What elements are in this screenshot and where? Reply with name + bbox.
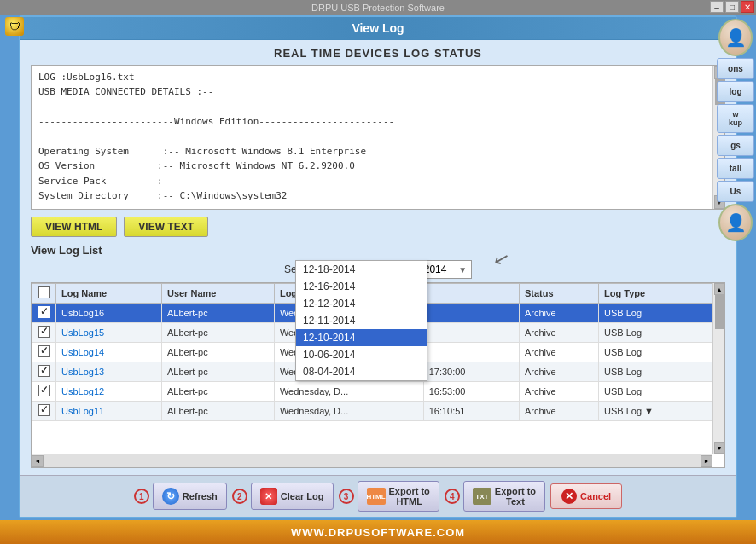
status-cell: Archive <box>520 343 599 362</box>
close-button[interactable]: ✕ <box>741 1 754 13</box>
checkbox-icon: ✓ <box>38 345 50 357</box>
user-cell: ALbert-pc <box>161 304 274 323</box>
row-checkbox[interactable]: ✓ <box>32 362 56 382</box>
app-icon: 🛡 <box>5 17 24 36</box>
section-title: REAL TIME DEVICES LOG STATUS <box>31 47 725 60</box>
side-btn-install[interactable]: tall <box>717 158 754 179</box>
row-checkbox[interactable]: ✓ <box>32 382 56 402</box>
col-log-type: Log Type <box>599 284 712 304</box>
status-cell: Archive <box>520 402 599 421</box>
view-text-button[interactable]: VIEW TEXT <box>124 217 208 237</box>
type-cell: USB Log ▼ <box>599 402 712 421</box>
log-line-4: ------------------------Windows Edition-… <box>38 115 711 128</box>
date-option-3[interactable]: 12-11-2014 <box>296 312 427 329</box>
export-html-group: 3 HTML Export to HTML <box>339 481 439 512</box>
col-user-name: User Name <box>161 284 274 304</box>
log-line-7: OS Version :-- Microsoft Windows NT 6.2.… <box>38 159 711 172</box>
cancel-label: Cancel <box>580 491 611 501</box>
time-cell: 17:30:00 <box>423 362 519 382</box>
type-cell: USB Log <box>599 362 712 382</box>
type-cell: USB Log <box>599 382 712 402</box>
main-dialog: View Log REAL TIME DEVICES LOG STATUS LO… <box>19 15 737 518</box>
time-cell <box>423 323 519 343</box>
step2-circle: 2 <box>232 489 247 504</box>
refresh-button[interactable]: ↻ Refresh <box>153 483 227 510</box>
row-checkbox[interactable]: ✓ <box>32 343 56 362</box>
table-h-scrollbar[interactable]: ◄ ► <box>32 454 712 467</box>
log-line-8: Service Pack :-- <box>38 175 711 188</box>
h-scroll-left[interactable]: ◄ <box>32 455 44 467</box>
url-text: WWW.DRPUSOFTWARE.COM <box>291 526 465 539</box>
clear-label: Clear Log <box>281 491 324 501</box>
log-line-3 <box>38 101 711 113</box>
side-btn-options[interactable]: ons <box>717 58 754 79</box>
side-btn-backup[interactable]: wkup <box>717 104 754 133</box>
log-list-title: View Log List <box>31 244 725 257</box>
side-btn-log[interactable]: log <box>717 81 754 102</box>
date-option-4[interactable]: 12-10-2014 <box>296 329 427 346</box>
cancel-icon: ✕ <box>561 489 577 504</box>
date-option-6[interactable]: 08-04-2014 <box>296 363 427 380</box>
url-bar: WWW.DRPUSOFTWARE.COM <box>0 520 756 544</box>
date-option-2[interactable]: 12-12-2014 <box>296 295 427 312</box>
col-status: Status <box>520 284 599 304</box>
date-option-1[interactable]: 12-16-2014 <box>296 278 427 295</box>
log-line-6: Operating System :-- Microsoft Windows 8… <box>38 145 711 158</box>
time-cell: 16:10:51 <box>423 402 519 421</box>
side-btn-settings[interactable]: gs <box>717 135 754 156</box>
h-scroll-right[interactable]: ► <box>701 455 712 467</box>
type-cell: USB Log <box>599 304 712 323</box>
date-dropdown-popup: 12-18-2014 12-16-2014 12-12-2014 12-11-2… <box>295 260 427 381</box>
refresh-label: Refresh <box>183 491 218 501</box>
maximize-button[interactable]: □ <box>725 1 739 13</box>
row-checkbox[interactable]: ✓ <box>32 304 56 323</box>
export-text-label: Export to Text <box>495 486 536 506</box>
side-btn-users[interactable]: Us <box>717 181 754 202</box>
status-cell: Archive <box>520 382 599 402</box>
side-panel: 👤 ons log wkup gs tall Us 👤 <box>715 15 756 520</box>
checkbox-icon: ✓ <box>38 385 50 396</box>
user-cell: ALbert-pc <box>161 402 274 421</box>
cancel-button[interactable]: ✕ Cancel <box>550 483 622 509</box>
log-name-cell: UsbLog12 <box>56 382 162 402</box>
date-selector-row: Select Backup Date : 12-10-2014 ▼ ↙ 12-1… <box>31 260 725 279</box>
html-icon: HTML <box>367 488 386 505</box>
export-text-button[interactable]: TXT Export to Text <box>463 481 545 512</box>
export-html-button[interactable]: HTML Export to HTML <box>358 481 439 512</box>
date-option-5[interactable]: 10-06-2014 <box>296 346 427 363</box>
date-option-0[interactable]: 12-18-2014 <box>296 261 427 278</box>
checkbox-icon: ✓ <box>38 365 50 377</box>
table-row[interactable]: ✓ UsbLog11 ALbert-pc Wednesday, D... 16:… <box>32 402 712 421</box>
user-cell: ALbert-pc <box>161 343 274 362</box>
user-cell: ALbert-pc <box>161 323 274 343</box>
checkbox-icon: ✓ <box>38 326 50 338</box>
type-cell: USB Log <box>599 323 712 343</box>
table-row[interactable]: ✓ UsbLog12 ALbert-pc Wednesday, D... 16:… <box>32 382 712 402</box>
status-cell: Archive <box>520 323 599 343</box>
checkbox-icon: ✓ <box>38 306 50 318</box>
col-log-time <box>423 284 519 304</box>
clear-log-button[interactable]: ✕ Clear Log <box>251 483 334 510</box>
header-checkbox[interactable] <box>38 286 50 298</box>
export-text-group: 4 TXT Export to Text <box>445 481 545 512</box>
step3-circle: 3 <box>339 489 354 504</box>
log-name-cell: UsbLog16 <box>56 304 162 323</box>
step4-circle: 4 <box>445 489 460 504</box>
time-cell <box>423 304 519 323</box>
log-name-cell: UsbLog11 <box>56 402 162 421</box>
view-html-button[interactable]: VIEW HTML <box>31 217 117 237</box>
dialog-title: View Log <box>20 17 736 40</box>
h-scroll-track <box>44 454 701 467</box>
minimize-button[interactable]: – <box>710 1 724 13</box>
export-html-label: Export to HTML <box>389 486 430 506</box>
date-cell: Wednesday, D... <box>274 382 423 402</box>
user-cell: ALbert-pc <box>161 382 274 402</box>
log-list-section: View Log List Select Backup Date : 12-10… <box>31 244 725 468</box>
row-checkbox[interactable]: ✓ <box>32 323 56 343</box>
log-line-5 <box>38 130 711 143</box>
row-checkbox[interactable]: ✓ <box>32 402 56 421</box>
col-log-name: Log Name <box>56 284 162 304</box>
user-cell: ALbert-pc <box>161 362 274 382</box>
date-cell: Wednesday, D... <box>274 402 423 421</box>
status-cell: Archive <box>520 304 599 323</box>
